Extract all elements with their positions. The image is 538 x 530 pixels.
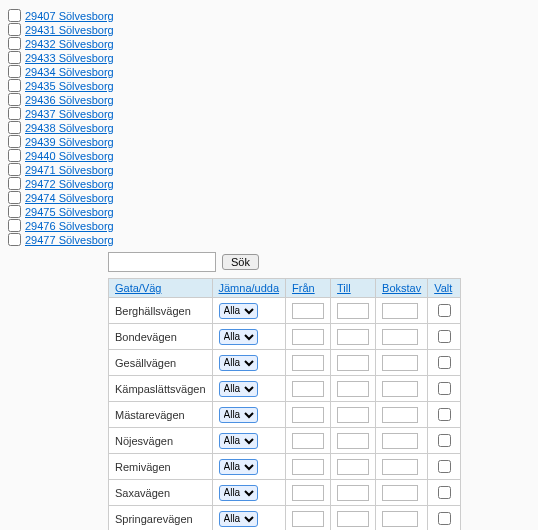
to-input[interactable] <box>337 381 369 397</box>
letter-input[interactable] <box>382 355 418 371</box>
valt-checkbox[interactable] <box>438 512 451 525</box>
table-row: SaxavägenAlla <box>109 480 461 506</box>
letter-input[interactable] <box>382 407 418 423</box>
postal-item: 29431 Sölvesborg <box>8 23 530 36</box>
postal-link[interactable]: 29439 Sölvesborg <box>25 136 114 148</box>
evenodd-select[interactable]: Alla <box>219 511 258 527</box>
postal-item: 29435 Sölvesborg <box>8 79 530 92</box>
letter-input[interactable] <box>382 511 418 527</box>
postal-link[interactable]: 29477 Sölvesborg <box>25 234 114 246</box>
from-input[interactable] <box>292 355 324 371</box>
valt-checkbox[interactable] <box>438 460 451 473</box>
postal-item: 29472 Sölvesborg <box>8 177 530 190</box>
postal-link[interactable]: 29432 Sölvesborg <box>25 38 114 50</box>
postal-link[interactable]: 29472 Sölvesborg <box>25 178 114 190</box>
postal-checkbox[interactable] <box>8 205 21 218</box>
valt-checkbox[interactable] <box>438 304 451 317</box>
from-input[interactable] <box>292 381 324 397</box>
postal-item: 29471 Sölvesborg <box>8 163 530 176</box>
col-to[interactable]: Till <box>337 282 351 294</box>
postal-checkbox[interactable] <box>8 219 21 232</box>
postal-link[interactable]: 29435 Sölvesborg <box>25 80 114 92</box>
postal-link[interactable]: 29476 Sölvesborg <box>25 220 114 232</box>
to-input[interactable] <box>337 407 369 423</box>
from-input[interactable] <box>292 459 324 475</box>
search-input[interactable] <box>108 252 216 272</box>
from-input[interactable] <box>292 407 324 423</box>
postal-link[interactable]: 29433 Sölvesborg <box>25 52 114 64</box>
postal-link[interactable]: 29440 Sölvesborg <box>25 150 114 162</box>
valt-checkbox[interactable] <box>438 434 451 447</box>
postal-checkbox[interactable] <box>8 93 21 106</box>
cell-street: Mästarevägen <box>109 402 213 428</box>
letter-input[interactable] <box>382 381 418 397</box>
postal-checkbox[interactable] <box>8 149 21 162</box>
postal-link[interactable]: 29407 Sölvesborg <box>25 10 114 22</box>
col-evenodd[interactable]: Jämna/udda <box>219 282 280 294</box>
valt-checkbox[interactable] <box>438 356 451 369</box>
from-input[interactable] <box>292 485 324 501</box>
postal-checkbox[interactable] <box>8 233 21 246</box>
evenodd-select[interactable]: Alla <box>219 433 258 449</box>
evenodd-select[interactable]: Alla <box>219 407 258 423</box>
evenodd-select[interactable]: Alla <box>219 459 258 475</box>
col-letter[interactable]: Bokstav <box>382 282 421 294</box>
postal-link[interactable]: 29437 Sölvesborg <box>25 108 114 120</box>
postal-checkbox[interactable] <box>8 79 21 92</box>
postal-checkbox[interactable] <box>8 163 21 176</box>
col-selected[interactable]: Valt <box>434 282 452 294</box>
postal-link[interactable]: 29438 Sölvesborg <box>25 122 114 134</box>
postal-item: 29434 Sölvesborg <box>8 65 530 78</box>
valt-checkbox[interactable] <box>438 382 451 395</box>
to-input[interactable] <box>337 329 369 345</box>
letter-input[interactable] <box>382 433 418 449</box>
cell-street: Remivägen <box>109 454 213 480</box>
postal-checkbox[interactable] <box>8 23 21 36</box>
to-input[interactable] <box>337 433 369 449</box>
valt-checkbox[interactable] <box>438 408 451 421</box>
table-row: SpringarevägenAlla <box>109 506 461 531</box>
postal-checkbox[interactable] <box>8 191 21 204</box>
evenodd-select[interactable]: Alla <box>219 355 258 371</box>
to-input[interactable] <box>337 303 369 319</box>
to-input[interactable] <box>337 485 369 501</box>
postal-checkbox[interactable] <box>8 121 21 134</box>
letter-input[interactable] <box>382 329 418 345</box>
to-input[interactable] <box>337 511 369 527</box>
postal-link[interactable]: 29431 Sölvesborg <box>25 24 114 36</box>
postal-checkbox[interactable] <box>8 65 21 78</box>
to-input[interactable] <box>337 459 369 475</box>
evenodd-select[interactable]: Alla <box>219 381 258 397</box>
postal-checkbox[interactable] <box>8 51 21 64</box>
postal-link[interactable]: 29436 Sölvesborg <box>25 94 114 106</box>
postal-checkbox[interactable] <box>8 135 21 148</box>
postal-checkbox[interactable] <box>8 37 21 50</box>
postal-checkbox[interactable] <box>8 177 21 190</box>
postal-item: 29477 Sölvesborg <box>8 233 530 246</box>
col-street[interactable]: Gata/Väg <box>115 282 161 294</box>
from-input[interactable] <box>292 329 324 345</box>
postal-item: 29474 Sölvesborg <box>8 191 530 204</box>
postal-link[interactable]: 29434 Sölvesborg <box>25 66 114 78</box>
col-from[interactable]: Från <box>292 282 315 294</box>
from-input[interactable] <box>292 433 324 449</box>
postal-link[interactable]: 29475 Sölvesborg <box>25 206 114 218</box>
evenodd-select[interactable]: Alla <box>219 303 258 319</box>
postal-link[interactable]: 29471 Sölvesborg <box>25 164 114 176</box>
valt-checkbox[interactable] <box>438 330 451 343</box>
search-button[interactable]: Sök <box>222 254 259 270</box>
letter-input[interactable] <box>382 303 418 319</box>
postal-link[interactable]: 29474 Sölvesborg <box>25 192 114 204</box>
letter-input[interactable] <box>382 459 418 475</box>
from-input[interactable] <box>292 511 324 527</box>
evenodd-select[interactable]: Alla <box>219 329 258 345</box>
evenodd-select[interactable]: Alla <box>219 485 258 501</box>
letter-input[interactable] <box>382 485 418 501</box>
to-input[interactable] <box>337 355 369 371</box>
from-input[interactable] <box>292 303 324 319</box>
postal-checkbox[interactable] <box>8 9 21 22</box>
valt-checkbox[interactable] <box>438 486 451 499</box>
table-row: KämpaslättsvägenAlla <box>109 376 461 402</box>
postal-checkbox[interactable] <box>8 107 21 120</box>
cell-street: Berghällsvägen <box>109 298 213 324</box>
